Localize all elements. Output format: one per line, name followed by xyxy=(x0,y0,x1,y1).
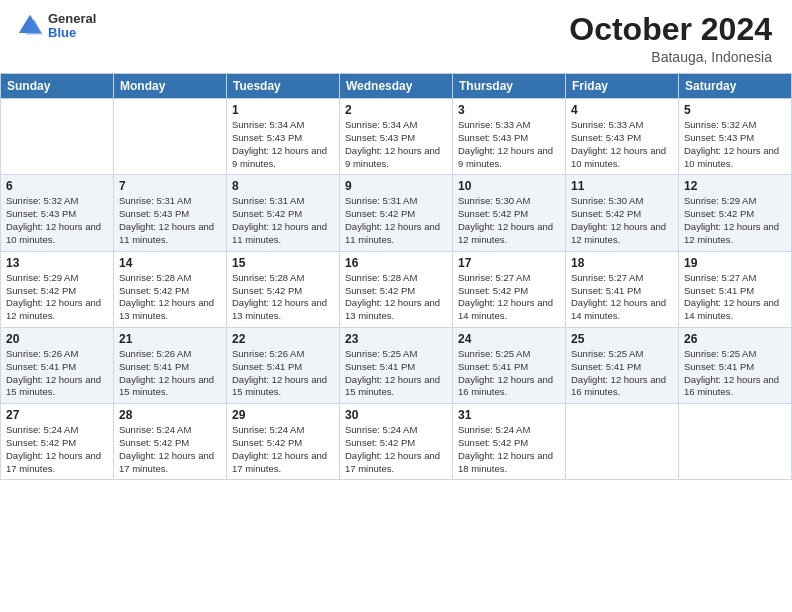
day-number: 21 xyxy=(119,332,221,346)
day-number: 2 xyxy=(345,103,447,117)
day-number: 25 xyxy=(571,332,673,346)
calendar-cell: 24Sunrise: 5:25 AMSunset: 5:41 PMDayligh… xyxy=(453,327,566,403)
day-number: 1 xyxy=(232,103,334,117)
calendar-cell: 10Sunrise: 5:30 AMSunset: 5:42 PMDayligh… xyxy=(453,175,566,251)
location: Batauga, Indonesia xyxy=(569,49,772,65)
day-detail: Sunrise: 5:34 AMSunset: 5:43 PMDaylight:… xyxy=(232,119,334,170)
day-detail: Sunrise: 5:32 AMSunset: 5:43 PMDaylight:… xyxy=(684,119,786,170)
weekday-header-sunday: Sunday xyxy=(1,74,114,99)
weekday-header-tuesday: Tuesday xyxy=(227,74,340,99)
day-detail: Sunrise: 5:26 AMSunset: 5:41 PMDaylight:… xyxy=(119,348,221,399)
calendar-week-row: 1Sunrise: 5:34 AMSunset: 5:43 PMDaylight… xyxy=(1,99,792,175)
day-number: 30 xyxy=(345,408,447,422)
calendar-cell: 6Sunrise: 5:32 AMSunset: 5:43 PMDaylight… xyxy=(1,175,114,251)
logo-icon xyxy=(16,12,44,40)
day-number: 3 xyxy=(458,103,560,117)
weekday-header-monday: Monday xyxy=(114,74,227,99)
day-detail: Sunrise: 5:29 AMSunset: 5:42 PMDaylight:… xyxy=(684,195,786,246)
day-detail: Sunrise: 5:26 AMSunset: 5:41 PMDaylight:… xyxy=(232,348,334,399)
weekday-header-saturday: Saturday xyxy=(679,74,792,99)
calendar-week-row: 6Sunrise: 5:32 AMSunset: 5:43 PMDaylight… xyxy=(1,175,792,251)
day-detail: Sunrise: 5:33 AMSunset: 5:43 PMDaylight:… xyxy=(571,119,673,170)
day-detail: Sunrise: 5:25 AMSunset: 5:41 PMDaylight:… xyxy=(571,348,673,399)
day-detail: Sunrise: 5:28 AMSunset: 5:42 PMDaylight:… xyxy=(345,272,447,323)
day-number: 6 xyxy=(6,179,108,193)
day-number: 19 xyxy=(684,256,786,270)
calendar-cell: 29Sunrise: 5:24 AMSunset: 5:42 PMDayligh… xyxy=(227,404,340,480)
day-number: 5 xyxy=(684,103,786,117)
day-detail: Sunrise: 5:27 AMSunset: 5:42 PMDaylight:… xyxy=(458,272,560,323)
day-number: 12 xyxy=(684,179,786,193)
day-detail: Sunrise: 5:28 AMSunset: 5:42 PMDaylight:… xyxy=(232,272,334,323)
calendar-cell: 31Sunrise: 5:24 AMSunset: 5:42 PMDayligh… xyxy=(453,404,566,480)
title-block: October 2024 Batauga, Indonesia xyxy=(569,12,772,65)
day-detail: Sunrise: 5:33 AMSunset: 5:43 PMDaylight:… xyxy=(458,119,560,170)
calendar-cell: 30Sunrise: 5:24 AMSunset: 5:42 PMDayligh… xyxy=(340,404,453,480)
day-detail: Sunrise: 5:28 AMSunset: 5:42 PMDaylight:… xyxy=(119,272,221,323)
calendar-cell: 12Sunrise: 5:29 AMSunset: 5:42 PMDayligh… xyxy=(679,175,792,251)
calendar-cell xyxy=(679,404,792,480)
calendar-cell: 1Sunrise: 5:34 AMSunset: 5:43 PMDaylight… xyxy=(227,99,340,175)
day-number: 14 xyxy=(119,256,221,270)
calendar-cell: 18Sunrise: 5:27 AMSunset: 5:41 PMDayligh… xyxy=(566,251,679,327)
day-number: 4 xyxy=(571,103,673,117)
day-number: 8 xyxy=(232,179,334,193)
logo: General Blue xyxy=(16,12,96,41)
day-detail: Sunrise: 5:26 AMSunset: 5:41 PMDaylight:… xyxy=(6,348,108,399)
day-detail: Sunrise: 5:24 AMSunset: 5:42 PMDaylight:… xyxy=(458,424,560,475)
day-detail: Sunrise: 5:31 AMSunset: 5:42 PMDaylight:… xyxy=(232,195,334,246)
day-number: 22 xyxy=(232,332,334,346)
day-number: 26 xyxy=(684,332,786,346)
calendar-cell: 27Sunrise: 5:24 AMSunset: 5:42 PMDayligh… xyxy=(1,404,114,480)
calendar-cell: 16Sunrise: 5:28 AMSunset: 5:42 PMDayligh… xyxy=(340,251,453,327)
calendar-cell: 2Sunrise: 5:34 AMSunset: 5:43 PMDaylight… xyxy=(340,99,453,175)
day-detail: Sunrise: 5:30 AMSunset: 5:42 PMDaylight:… xyxy=(571,195,673,246)
month-year: October 2024 xyxy=(569,12,772,47)
calendar-cell: 26Sunrise: 5:25 AMSunset: 5:41 PMDayligh… xyxy=(679,327,792,403)
calendar-cell: 20Sunrise: 5:26 AMSunset: 5:41 PMDayligh… xyxy=(1,327,114,403)
weekday-header-friday: Friday xyxy=(566,74,679,99)
calendar-cell xyxy=(114,99,227,175)
calendar-cell: 11Sunrise: 5:30 AMSunset: 5:42 PMDayligh… xyxy=(566,175,679,251)
day-detail: Sunrise: 5:24 AMSunset: 5:42 PMDaylight:… xyxy=(119,424,221,475)
day-detail: Sunrise: 5:24 AMSunset: 5:42 PMDaylight:… xyxy=(232,424,334,475)
day-number: 29 xyxy=(232,408,334,422)
calendar-cell: 9Sunrise: 5:31 AMSunset: 5:42 PMDaylight… xyxy=(340,175,453,251)
day-detail: Sunrise: 5:27 AMSunset: 5:41 PMDaylight:… xyxy=(684,272,786,323)
calendar-cell: 8Sunrise: 5:31 AMSunset: 5:42 PMDaylight… xyxy=(227,175,340,251)
calendar-cell: 28Sunrise: 5:24 AMSunset: 5:42 PMDayligh… xyxy=(114,404,227,480)
calendar-cell: 15Sunrise: 5:28 AMSunset: 5:42 PMDayligh… xyxy=(227,251,340,327)
day-detail: Sunrise: 5:25 AMSunset: 5:41 PMDaylight:… xyxy=(345,348,447,399)
day-number: 24 xyxy=(458,332,560,346)
day-detail: Sunrise: 5:31 AMSunset: 5:43 PMDaylight:… xyxy=(119,195,221,246)
day-number: 20 xyxy=(6,332,108,346)
calendar-cell: 21Sunrise: 5:26 AMSunset: 5:41 PMDayligh… xyxy=(114,327,227,403)
day-number: 27 xyxy=(6,408,108,422)
calendar-cell xyxy=(1,99,114,175)
day-detail: Sunrise: 5:30 AMSunset: 5:42 PMDaylight:… xyxy=(458,195,560,246)
day-number: 23 xyxy=(345,332,447,346)
calendar-cell: 3Sunrise: 5:33 AMSunset: 5:43 PMDaylight… xyxy=(453,99,566,175)
calendar-cell: 7Sunrise: 5:31 AMSunset: 5:43 PMDaylight… xyxy=(114,175,227,251)
day-number: 18 xyxy=(571,256,673,270)
weekday-header-thursday: Thursday xyxy=(453,74,566,99)
logo-general: General xyxy=(48,12,96,26)
calendar-cell: 25Sunrise: 5:25 AMSunset: 5:41 PMDayligh… xyxy=(566,327,679,403)
calendar-cell: 14Sunrise: 5:28 AMSunset: 5:42 PMDayligh… xyxy=(114,251,227,327)
calendar-cell: 17Sunrise: 5:27 AMSunset: 5:42 PMDayligh… xyxy=(453,251,566,327)
day-detail: Sunrise: 5:29 AMSunset: 5:42 PMDaylight:… xyxy=(6,272,108,323)
day-number: 31 xyxy=(458,408,560,422)
day-number: 16 xyxy=(345,256,447,270)
day-detail: Sunrise: 5:32 AMSunset: 5:43 PMDaylight:… xyxy=(6,195,108,246)
calendar-week-row: 27Sunrise: 5:24 AMSunset: 5:42 PMDayligh… xyxy=(1,404,792,480)
calendar-cell: 23Sunrise: 5:25 AMSunset: 5:41 PMDayligh… xyxy=(340,327,453,403)
day-detail: Sunrise: 5:31 AMSunset: 5:42 PMDaylight:… xyxy=(345,195,447,246)
calendar-cell: 4Sunrise: 5:33 AMSunset: 5:43 PMDaylight… xyxy=(566,99,679,175)
day-number: 15 xyxy=(232,256,334,270)
calendar-cell xyxy=(566,404,679,480)
day-number: 17 xyxy=(458,256,560,270)
page: General Blue October 2024 Batauga, Indon… xyxy=(0,0,792,612)
day-number: 28 xyxy=(119,408,221,422)
day-number: 10 xyxy=(458,179,560,193)
header: General Blue October 2024 Batauga, Indon… xyxy=(0,0,792,73)
